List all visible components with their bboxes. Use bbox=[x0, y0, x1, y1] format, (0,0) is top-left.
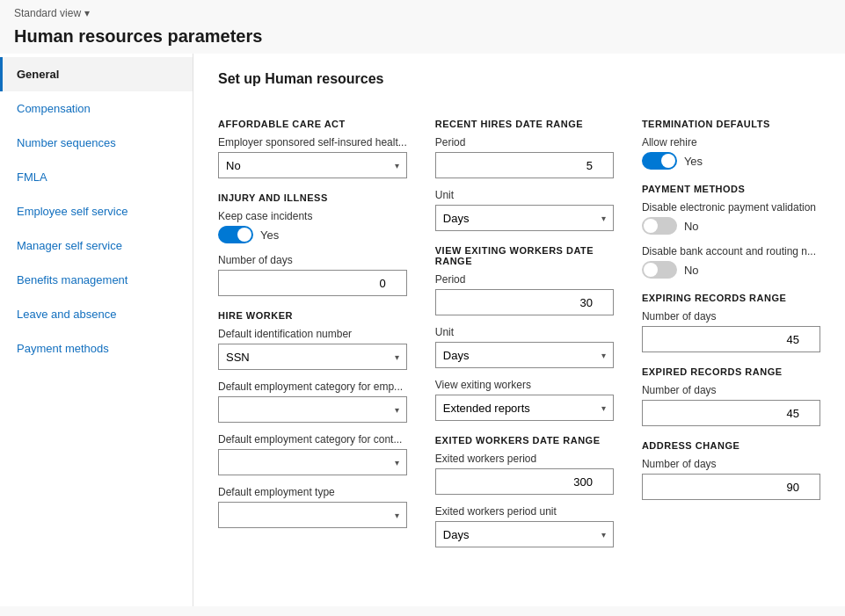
payment-bank-toggle[interactable] bbox=[642, 261, 677, 279]
exited-period-label: Exited workers period bbox=[435, 453, 614, 465]
expiring-days-label: Number of days bbox=[642, 310, 820, 322]
hire-emp-cat-dropdown-wrapper[interactable]: ▾ bbox=[218, 396, 407, 423]
page-title: Human resources parameters bbox=[0, 23, 845, 54]
recent-period-input[interactable] bbox=[435, 152, 614, 178]
hire-emp-type-dropdown[interactable] bbox=[219, 503, 406, 527]
hire-cont-cat-field: Default employment category for cont... … bbox=[218, 433, 407, 475]
hire-id-dropdown[interactable]: SSN Other bbox=[219, 344, 406, 369]
column-2: RECENT HIRES DATE RANGE Period Unit Days… bbox=[435, 105, 614, 558]
recent-header: RECENT HIRES DATE RANGE bbox=[435, 119, 614, 129]
view-header: VIEW EXITING WORKERS DATE RANGE bbox=[435, 245, 614, 266]
aca-header: AFFORDABLE CARE ACT bbox=[218, 119, 407, 129]
injury-header: INJURY AND ILLNESS bbox=[218, 192, 407, 203]
recent-unit-label: Unit bbox=[435, 189, 614, 201]
address-days-input[interactable] bbox=[642, 474, 820, 500]
chevron-down-icon: ▾ bbox=[84, 7, 90, 19]
sidebar-item-general[interactable]: General bbox=[0, 57, 193, 91]
view-period-label: Period bbox=[435, 273, 614, 286]
hire-cont-cat-dropdown[interactable] bbox=[219, 450, 406, 475]
view-unit-dropdown-wrapper[interactable]: Days Weeks Months ▾ bbox=[435, 342, 614, 368]
sidebar-item-benefits-management[interactable]: Benefits management bbox=[0, 263, 193, 297]
section-title: Set up Human resources bbox=[218, 71, 820, 87]
address-header: ADDRESS CHANGE bbox=[642, 440, 820, 451]
payment-bank-toggle-slider bbox=[642, 261, 677, 279]
view-unit-field: Unit Days Weeks Months ▾ bbox=[435, 326, 614, 368]
main-content: Set up Human resources AFFORDABLE CARE A… bbox=[193, 54, 845, 606]
sidebar: General Compensation Number sequences FM… bbox=[0, 54, 193, 606]
injury-toggle-slider bbox=[218, 226, 253, 243]
payment-elec-toggle[interactable] bbox=[642, 217, 677, 235]
recent-unit-dropdown-wrapper[interactable]: Days Weeks Months ▾ bbox=[435, 205, 614, 231]
expiring-days-input[interactable] bbox=[642, 326, 820, 352]
term-header: TERMINATION DEFAULTS bbox=[642, 119, 820, 129]
view-workers-field: View exiting workers Extended reports Di… bbox=[435, 379, 614, 421]
view-workers-dropdown[interactable]: Extended reports Direct reports All work… bbox=[436, 395, 613, 420]
address-days-label: Number of days bbox=[642, 458, 820, 470]
injury-toggle-label: Keep case incidents bbox=[218, 210, 407, 222]
exited-unit-label: Exited workers period unit bbox=[435, 505, 614, 518]
hire-id-label: Default identification number bbox=[218, 328, 407, 340]
standard-view-dropdown[interactable]: Standard view ▾ bbox=[14, 7, 831, 19]
expired-days-label: Number of days bbox=[642, 384, 820, 396]
view-workers-label: View exiting workers bbox=[435, 379, 614, 391]
aca-field-label: Employer sponsored self-insured healt... bbox=[218, 136, 407, 149]
view-period-field: Period bbox=[435, 273, 614, 315]
injury-toggle-row: Yes bbox=[218, 226, 407, 243]
payment-bank-label: Disable bank account and routing n... bbox=[642, 245, 820, 257]
hire-header: HIRE WORKER bbox=[218, 310, 407, 321]
recent-period-field: Period bbox=[435, 136, 614, 178]
injury-toggle-value: Yes bbox=[260, 228, 279, 242]
hire-cont-cat-dropdown-wrapper[interactable]: ▾ bbox=[218, 449, 407, 475]
hire-cont-cat-label: Default employment category for cont... bbox=[218, 433, 407, 446]
exited-unit-dropdown[interactable]: Days Weeks Months bbox=[436, 522, 613, 547]
payment-header: PAYMENT METHODS bbox=[642, 184, 820, 194]
column-3: TERMINATION DEFAULTS Allow rehire Yes PA… bbox=[642, 105, 820, 558]
recent-unit-dropdown[interactable]: Days Weeks Months bbox=[436, 206, 613, 230]
exited-header: EXITED WORKERS DATE RANGE bbox=[435, 435, 614, 446]
injury-toggle[interactable] bbox=[218, 226, 253, 243]
sidebar-item-payment-methods[interactable]: Payment methods bbox=[0, 331, 193, 366]
sidebar-item-number-sequences[interactable]: Number sequences bbox=[0, 126, 193, 160]
column-1: AFFORDABLE CARE ACT Employer sponsored s… bbox=[218, 105, 407, 558]
payment-elec-toggle-row: No bbox=[642, 217, 820, 235]
aca-dropdown-wrapper[interactable]: No Yes ▾ bbox=[218, 152, 407, 178]
expired-days-field: Number of days bbox=[642, 384, 820, 426]
view-period-input[interactable] bbox=[435, 289, 614, 315]
view-workers-dropdown-wrapper[interactable]: Extended reports Direct reports All work… bbox=[435, 395, 614, 421]
payment-elec-label: Disable electronic payment validation bbox=[642, 201, 820, 214]
payment-elec-toggle-slider bbox=[642, 217, 677, 235]
aca-dropdown[interactable]: No Yes bbox=[219, 153, 406, 178]
injury-days-input[interactable] bbox=[218, 270, 407, 296]
exited-unit-dropdown-wrapper[interactable]: Days Weeks Months ▾ bbox=[435, 521, 614, 547]
sidebar-item-fmla[interactable]: FMLA bbox=[0, 160, 193, 194]
hire-emp-cat-label: Default employment category for emp... bbox=[218, 380, 407, 393]
exited-period-field: Exited workers period bbox=[435, 453, 614, 495]
hire-emp-cat-dropdown[interactable] bbox=[219, 397, 406, 422]
aca-field-group: Employer sponsored self-insured healt...… bbox=[218, 136, 407, 178]
injury-days-field: Number of days bbox=[218, 254, 407, 296]
term-toggle-value: Yes bbox=[684, 155, 703, 168]
term-toggle-row: Yes bbox=[642, 152, 820, 170]
view-label-text: Standard view bbox=[14, 7, 81, 19]
expired-header: EXPIRED RECORDS RANGE bbox=[642, 366, 820, 377]
hire-id-dropdown-wrapper[interactable]: SSN Other ▾ bbox=[218, 344, 407, 370]
address-days-field: Number of days bbox=[642, 458, 820, 500]
exited-period-input[interactable] bbox=[435, 468, 614, 495]
exited-unit-field: Exited workers period unit Days Weeks Mo… bbox=[435, 505, 614, 547]
hire-emp-type-field: Default employment type ▾ bbox=[218, 486, 407, 528]
sidebar-item-manager-self-service[interactable]: Manager self service bbox=[0, 228, 193, 263]
term-toggle[interactable] bbox=[642, 152, 677, 170]
injury-days-label: Number of days bbox=[218, 254, 407, 266]
term-rehire-label: Allow rehire bbox=[642, 136, 820, 149]
hire-emp-cat-field: Default employment category for emp... ▾ bbox=[218, 380, 407, 423]
term-toggle-slider bbox=[642, 152, 677, 170]
view-unit-dropdown[interactable]: Days Weeks Months bbox=[436, 343, 613, 367]
expiring-days-field: Number of days bbox=[642, 310, 820, 352]
sidebar-item-employee-self-service[interactable]: Employee self service bbox=[0, 194, 193, 228]
hire-emp-type-label: Default employment type bbox=[218, 486, 407, 498]
sidebar-item-compensation[interactable]: Compensation bbox=[0, 91, 193, 126]
expired-days-input[interactable] bbox=[642, 400, 820, 426]
hire-emp-type-dropdown-wrapper[interactable]: ▾ bbox=[218, 502, 407, 528]
payment-elec-toggle-value: No bbox=[684, 220, 699, 233]
sidebar-item-leave-and-absence[interactable]: Leave and absence bbox=[0, 297, 193, 331]
